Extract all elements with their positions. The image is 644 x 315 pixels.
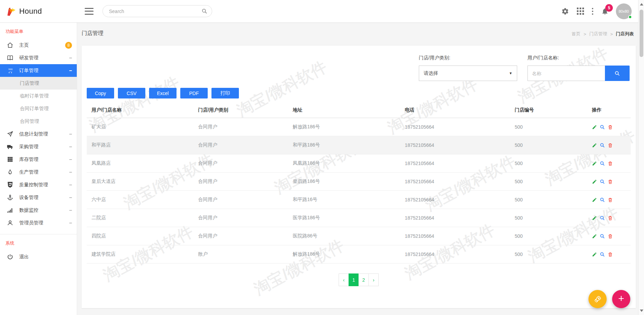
view-magnifier-icon[interactable] (600, 197, 605, 202)
filter-search-button[interactable] (605, 66, 630, 81)
sidebar-item-data-monitor[interactable]: 数据监控 (0, 204, 77, 217)
sidebar-subitem-temp-orders[interactable]: 临时订单管理 (0, 90, 77, 102)
sidebar-item-purchasing[interactable]: 采购管理 (0, 140, 77, 153)
column-header-category: 门店/用户类别 (193, 103, 288, 118)
search-icon (615, 71, 620, 76)
sidebar-item-quality[interactable]: 质量控制管理 (0, 178, 77, 191)
delete-trash-icon[interactable] (608, 143, 613, 148)
print-button[interactable]: 打印 (211, 88, 239, 98)
column-header-actions: 操作 (587, 103, 631, 118)
bell-icon[interactable]: 5 (600, 7, 609, 16)
chevron-toggle-icon (69, 210, 72, 211)
view-magnifier-icon[interactable] (600, 161, 605, 166)
scroll-up-arrow-icon[interactable] (640, 3, 643, 5)
excel-button[interactable]: Excel (149, 88, 177, 98)
edit-pencil-icon[interactable] (592, 179, 597, 184)
send-icon (7, 131, 13, 137)
menu-toggle-button[interactable] (85, 8, 94, 15)
chevron-toggle-icon (69, 159, 72, 160)
sidebar-subitem-contract-orders[interactable]: 合同订单管理 (0, 102, 77, 115)
kebab-menu-icon[interactable] (591, 7, 594, 15)
chevron-toggle-icon (69, 172, 72, 173)
global-search (102, 5, 212, 17)
edit-pencil-icon[interactable] (592, 215, 597, 221)
sidebar-item-home[interactable]: 主页 8 (0, 39, 77, 51)
breadcrumb-mid[interactable]: 门店管理 (589, 31, 607, 37)
delete-trash-icon[interactable] (608, 161, 613, 166)
csv-button[interactable]: CSV (118, 88, 145, 98)
view-magnifier-icon[interactable] (600, 125, 605, 130)
copy-button[interactable]: Copy (87, 88, 114, 98)
breadcrumb-home[interactable]: 首页 (572, 31, 581, 37)
column-header-phone: 电话 (400, 103, 510, 118)
sidebar-item-production[interactable]: 生产管理 (0, 166, 77, 178)
avatar[interactable]: 80x80 (616, 3, 632, 19)
scrollbar-thumb[interactable] (640, 10, 643, 57)
scrollbar[interactable] (638, 0, 644, 315)
add-fab-button[interactable]: + (612, 290, 630, 308)
view-magnifier-icon[interactable] (600, 143, 605, 148)
table-row: 和平路店合同用户和平路186号18752105664500 (87, 136, 631, 154)
delete-trash-icon[interactable] (608, 197, 613, 202)
sidebar-item-inventory[interactable]: 库存管理 (0, 153, 77, 166)
view-magnifier-icon[interactable] (600, 215, 605, 221)
edit-pencil-icon[interactable] (592, 161, 597, 166)
page-title: 门店管理 (81, 30, 104, 37)
apps-grid-icon[interactable] (576, 7, 585, 15)
export-toolbar: Copy CSV Excel PDF 打印 (87, 88, 631, 98)
delete-trash-icon[interactable] (608, 234, 613, 239)
main-content: 门店管理 首页 > 门店管理 > 门店列表 淘宝/微科软件 淘宝/微科软件 淘宝… (77, 23, 638, 315)
brand-name: Hound (19, 7, 42, 16)
sidebar-item-info-plan[interactable]: 信息计划管理 (0, 128, 77, 140)
edit-pencil-icon[interactable] (592, 143, 597, 148)
sidebar-item-rnd[interactable]: 研发管理 (0, 51, 77, 64)
user-icon (7, 220, 13, 226)
pagination-page-2[interactable]: 2 (359, 273, 369, 286)
search-icon[interactable] (202, 8, 207, 14)
sidebar-item-logout[interactable]: 退出 (0, 250, 77, 263)
category-select[interactable]: 请选择 ▼ (419, 66, 517, 81)
sidebar-subitem-contracts[interactable]: 合同管理 (0, 115, 77, 128)
pdf-button[interactable]: PDF (180, 88, 208, 98)
delete-trash-icon[interactable] (608, 125, 613, 130)
scroll-down-arrow-icon[interactable] (640, 310, 643, 312)
rocket-fab-button[interactable] (588, 290, 607, 308)
table-row: 二院店合同用户医学路186号18752105664500 (87, 209, 631, 227)
delete-trash-icon[interactable] (608, 179, 613, 184)
table-row: 凤凰路店合同用户凤凰路186号18752105664500 (87, 154, 631, 173)
pagination-next-button[interactable]: › (368, 273, 379, 286)
flame-icon (7, 169, 13, 175)
edit-pencil-icon[interactable] (592, 197, 597, 202)
brand: Hound (0, 6, 77, 16)
pagination-page-1[interactable]: 1 (349, 273, 359, 286)
category-filter: 门店/用户类别: 请选择 ▼ (419, 55, 517, 81)
pagination: ‹ 1 2 › (87, 273, 631, 286)
delete-trash-icon[interactable] (608, 215, 613, 221)
cart-icon (7, 67, 13, 74)
sidebar-item-orders[interactable]: 订单管理 (0, 64, 77, 77)
gear-icon[interactable] (561, 7, 570, 16)
name-filter: 用户/门店名称: (527, 55, 630, 81)
online-status-dot (628, 15, 632, 19)
edit-pencil-icon[interactable] (592, 252, 597, 257)
edit-pencil-icon[interactable] (592, 234, 597, 239)
page-header: 门店管理 首页 > 门店管理 > 门店列表 (77, 23, 638, 44)
home-icon (7, 42, 13, 48)
store-name-input[interactable] (527, 66, 605, 81)
chevron-toggle-icon (69, 147, 72, 147)
sidebar-item-admins[interactable]: 管理员管理 (0, 217, 77, 229)
edit-pencil-icon[interactable] (592, 125, 597, 130)
view-magnifier-icon[interactable] (600, 234, 605, 239)
home-badge: 8 (65, 42, 72, 49)
chevron-toggle-icon (69, 70, 72, 71)
sidebar-subitem-stores[interactable]: 门店管理 (0, 77, 77, 90)
bars-icon (7, 207, 13, 213)
search-input[interactable] (102, 5, 212, 17)
pagination-prev-button[interactable]: ‹ (339, 273, 349, 286)
delete-trash-icon[interactable] (608, 252, 613, 257)
sidebar-item-equipment[interactable]: 设备管理 (0, 191, 77, 204)
view-magnifier-icon[interactable] (600, 252, 605, 257)
category-select-value: 请选择 (424, 70, 438, 77)
view-magnifier-icon[interactable] (600, 179, 605, 184)
category-filter-label: 门店/用户类别: (419, 55, 517, 61)
